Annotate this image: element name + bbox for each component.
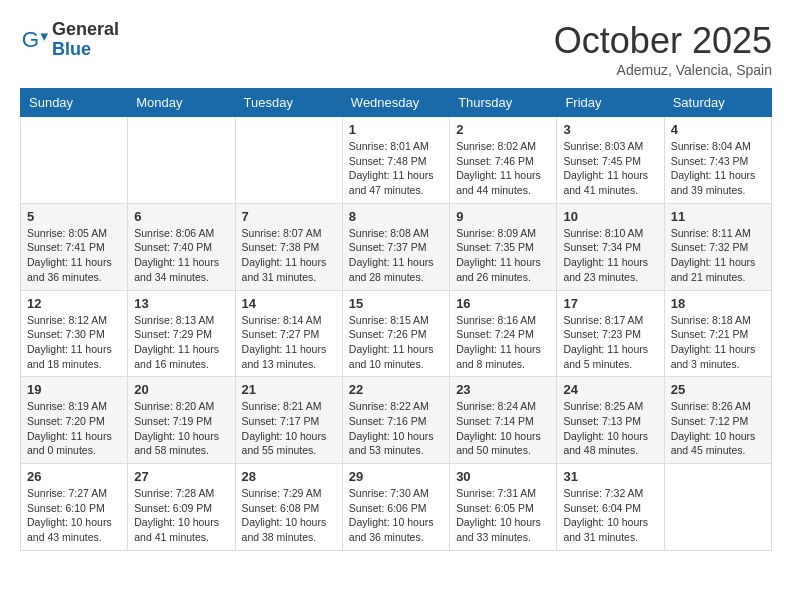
calendar-cell: 19Sunrise: 8:19 AM Sunset: 7:20 PM Dayli… <box>21 377 128 464</box>
day-info: Sunrise: 8:01 AM Sunset: 7:48 PM Dayligh… <box>349 139 443 198</box>
day-info: Sunrise: 8:16 AM Sunset: 7:24 PM Dayligh… <box>456 313 550 372</box>
location: Ademuz, Valencia, Spain <box>554 62 772 78</box>
calendar-cell: 18Sunrise: 8:18 AM Sunset: 7:21 PM Dayli… <box>664 290 771 377</box>
day-number: 25 <box>671 382 765 397</box>
calendar-cell: 31Sunrise: 7:32 AM Sunset: 6:04 PM Dayli… <box>557 464 664 551</box>
calendar-cell: 4Sunrise: 8:04 AM Sunset: 7:43 PM Daylig… <box>664 117 771 204</box>
day-info: Sunrise: 7:32 AM Sunset: 6:04 PM Dayligh… <box>563 486 657 545</box>
calendar-cell: 7Sunrise: 8:07 AM Sunset: 7:38 PM Daylig… <box>235 203 342 290</box>
calendar-cell: 15Sunrise: 8:15 AM Sunset: 7:26 PM Dayli… <box>342 290 449 377</box>
calendar-cell: 23Sunrise: 8:24 AM Sunset: 7:14 PM Dayli… <box>450 377 557 464</box>
day-info: Sunrise: 8:14 AM Sunset: 7:27 PM Dayligh… <box>242 313 336 372</box>
title-section: October 2025 Ademuz, Valencia, Spain <box>554 20 772 78</box>
column-header-monday: Monday <box>128 89 235 117</box>
calendar-cell: 12Sunrise: 8:12 AM Sunset: 7:30 PM Dayli… <box>21 290 128 377</box>
calendar-cell: 22Sunrise: 8:22 AM Sunset: 7:16 PM Dayli… <box>342 377 449 464</box>
day-number: 7 <box>242 209 336 224</box>
day-number: 12 <box>27 296 121 311</box>
column-header-wednesday: Wednesday <box>342 89 449 117</box>
day-number: 27 <box>134 469 228 484</box>
day-number: 3 <box>563 122 657 137</box>
day-info: Sunrise: 8:11 AM Sunset: 7:32 PM Dayligh… <box>671 226 765 285</box>
calendar-cell: 1Sunrise: 8:01 AM Sunset: 7:48 PM Daylig… <box>342 117 449 204</box>
day-number: 18 <box>671 296 765 311</box>
day-number: 8 <box>349 209 443 224</box>
day-number: 20 <box>134 382 228 397</box>
day-info: Sunrise: 8:20 AM Sunset: 7:19 PM Dayligh… <box>134 399 228 458</box>
day-info: Sunrise: 8:08 AM Sunset: 7:37 PM Dayligh… <box>349 226 443 285</box>
day-number: 15 <box>349 296 443 311</box>
day-number: 22 <box>349 382 443 397</box>
column-header-thursday: Thursday <box>450 89 557 117</box>
day-number: 21 <box>242 382 336 397</box>
calendar-cell: 3Sunrise: 8:03 AM Sunset: 7:45 PM Daylig… <box>557 117 664 204</box>
day-info: Sunrise: 8:02 AM Sunset: 7:46 PM Dayligh… <box>456 139 550 198</box>
calendar-cell: 11Sunrise: 8:11 AM Sunset: 7:32 PM Dayli… <box>664 203 771 290</box>
calendar-cell: 2Sunrise: 8:02 AM Sunset: 7:46 PM Daylig… <box>450 117 557 204</box>
column-header-tuesday: Tuesday <box>235 89 342 117</box>
day-info: Sunrise: 8:17 AM Sunset: 7:23 PM Dayligh… <box>563 313 657 372</box>
column-header-sunday: Sunday <box>21 89 128 117</box>
day-number: 30 <box>456 469 550 484</box>
day-info: Sunrise: 8:26 AM Sunset: 7:12 PM Dayligh… <box>671 399 765 458</box>
logo-icon: G <box>20 26 48 54</box>
day-number: 1 <box>349 122 443 137</box>
day-info: Sunrise: 8:04 AM Sunset: 7:43 PM Dayligh… <box>671 139 765 198</box>
day-info: Sunrise: 8:24 AM Sunset: 7:14 PM Dayligh… <box>456 399 550 458</box>
day-info: Sunrise: 7:29 AM Sunset: 6:08 PM Dayligh… <box>242 486 336 545</box>
calendar-cell: 26Sunrise: 7:27 AM Sunset: 6:10 PM Dayli… <box>21 464 128 551</box>
logo-blue-text: Blue <box>52 40 119 60</box>
day-info: Sunrise: 7:30 AM Sunset: 6:06 PM Dayligh… <box>349 486 443 545</box>
header: G General Blue October 2025 Ademuz, Vale… <box>10 10 782 83</box>
calendar-cell <box>664 464 771 551</box>
logo-general-text: General <box>52 20 119 40</box>
calendar-cell: 30Sunrise: 7:31 AM Sunset: 6:05 PM Dayli… <box>450 464 557 551</box>
calendar-cell: 20Sunrise: 8:20 AM Sunset: 7:19 PM Dayli… <box>128 377 235 464</box>
day-info: Sunrise: 8:07 AM Sunset: 7:38 PM Dayligh… <box>242 226 336 285</box>
day-number: 14 <box>242 296 336 311</box>
calendar-week-row: 26Sunrise: 7:27 AM Sunset: 6:10 PM Dayli… <box>21 464 772 551</box>
day-number: 29 <box>349 469 443 484</box>
calendar-cell: 29Sunrise: 7:30 AM Sunset: 6:06 PM Dayli… <box>342 464 449 551</box>
day-info: Sunrise: 8:19 AM Sunset: 7:20 PM Dayligh… <box>27 399 121 458</box>
day-info: Sunrise: 8:13 AM Sunset: 7:29 PM Dayligh… <box>134 313 228 372</box>
calendar-table: SundayMondayTuesdayWednesdayThursdayFrid… <box>20 88 772 551</box>
day-number: 6 <box>134 209 228 224</box>
svg-text:G: G <box>22 26 39 51</box>
calendar-cell <box>21 117 128 204</box>
calendar-week-row: 19Sunrise: 8:19 AM Sunset: 7:20 PM Dayli… <box>21 377 772 464</box>
day-number: 31 <box>563 469 657 484</box>
calendar-cell: 25Sunrise: 8:26 AM Sunset: 7:12 PM Dayli… <box>664 377 771 464</box>
calendar-cell: 24Sunrise: 8:25 AM Sunset: 7:13 PM Dayli… <box>557 377 664 464</box>
calendar-cell: 28Sunrise: 7:29 AM Sunset: 6:08 PM Dayli… <box>235 464 342 551</box>
day-number: 26 <box>27 469 121 484</box>
calendar-cell: 9Sunrise: 8:09 AM Sunset: 7:35 PM Daylig… <box>450 203 557 290</box>
day-info: Sunrise: 8:09 AM Sunset: 7:35 PM Dayligh… <box>456 226 550 285</box>
calendar-cell: 13Sunrise: 8:13 AM Sunset: 7:29 PM Dayli… <box>128 290 235 377</box>
calendar-header-row: SundayMondayTuesdayWednesdayThursdayFrid… <box>21 89 772 117</box>
day-info: Sunrise: 8:06 AM Sunset: 7:40 PM Dayligh… <box>134 226 228 285</box>
column-header-saturday: Saturday <box>664 89 771 117</box>
day-number: 4 <box>671 122 765 137</box>
day-number: 23 <box>456 382 550 397</box>
calendar-week-row: 12Sunrise: 8:12 AM Sunset: 7:30 PM Dayli… <box>21 290 772 377</box>
day-number: 16 <box>456 296 550 311</box>
day-info: Sunrise: 8:03 AM Sunset: 7:45 PM Dayligh… <box>563 139 657 198</box>
day-info: Sunrise: 8:15 AM Sunset: 7:26 PM Dayligh… <box>349 313 443 372</box>
day-info: Sunrise: 8:22 AM Sunset: 7:16 PM Dayligh… <box>349 399 443 458</box>
day-number: 2 <box>456 122 550 137</box>
calendar-week-row: 1Sunrise: 8:01 AM Sunset: 7:48 PM Daylig… <box>21 117 772 204</box>
day-number: 24 <box>563 382 657 397</box>
day-number: 5 <box>27 209 121 224</box>
calendar-cell: 17Sunrise: 8:17 AM Sunset: 7:23 PM Dayli… <box>557 290 664 377</box>
calendar-cell: 10Sunrise: 8:10 AM Sunset: 7:34 PM Dayli… <box>557 203 664 290</box>
day-number: 9 <box>456 209 550 224</box>
month-title: October 2025 <box>554 20 772 62</box>
day-info: Sunrise: 8:18 AM Sunset: 7:21 PM Dayligh… <box>671 313 765 372</box>
day-info: Sunrise: 8:10 AM Sunset: 7:34 PM Dayligh… <box>563 226 657 285</box>
day-number: 11 <box>671 209 765 224</box>
day-number: 19 <box>27 382 121 397</box>
day-info: Sunrise: 8:12 AM Sunset: 7:30 PM Dayligh… <box>27 313 121 372</box>
day-number: 10 <box>563 209 657 224</box>
calendar-cell: 27Sunrise: 7:28 AM Sunset: 6:09 PM Dayli… <box>128 464 235 551</box>
